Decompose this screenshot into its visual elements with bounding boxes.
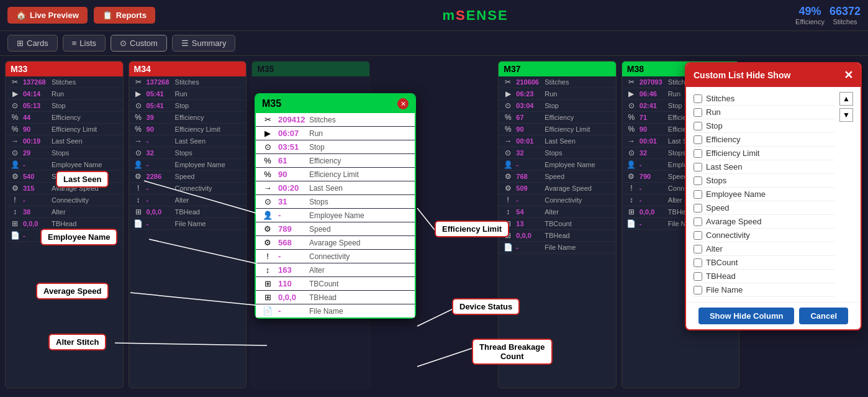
card-header-m33: M33	[6, 62, 123, 76]
list-item: →00:01Last Seen	[499, 135, 616, 147]
stop-icon: ⊙	[626, 101, 637, 110]
avg-speed-icon: ⚙	[9, 184, 20, 193]
filename-icon: 📄	[502, 243, 513, 252]
checkbox-stitches[interactable]	[694, 94, 702, 103]
live-preview-button[interactable]: 🏠 Live Preview	[7, 7, 88, 24]
filename-icon: 📄	[9, 231, 20, 240]
modal-item-label: Alter	[706, 244, 723, 253]
modal-item-last-seen[interactable]: Last Seen	[694, 160, 834, 174]
move-down-button[interactable]: ▼	[839, 108, 853, 122]
modal-item-stitches[interactable]: Stitches	[694, 92, 834, 106]
modal-item-speed[interactable]: Speed	[694, 201, 834, 215]
tbhead-icon: ⊞	[9, 219, 20, 228]
modal-item-stops[interactable]: Stops	[694, 174, 834, 188]
checkbox-tbcount[interactable]	[694, 258, 702, 267]
list-item: 📄-File Name	[499, 242, 616, 253]
stops-icon: ⊙	[9, 148, 20, 157]
modal-item-label: TBHead	[706, 272, 736, 281]
stitches-icon: ✂	[261, 115, 274, 124]
list-item: ⊞0,0,0TBHead	[129, 206, 246, 218]
summary-icon: ☰	[181, 39, 189, 48]
checkbox-run[interactable]	[694, 108, 702, 117]
efficiency-limit-icon: %	[9, 125, 20, 134]
tab-custom-label: Custom	[130, 39, 158, 48]
checkbox-last-seen[interactable]	[694, 163, 702, 171]
modal-item-label: TBCount	[706, 258, 738, 267]
modal-header: Custom List Hide Show ✕	[686, 63, 861, 87]
tab-custom[interactable]: ⊙ Custom	[111, 35, 167, 52]
custom-icon: ⊙	[120, 39, 127, 48]
modal-item-tbcount[interactable]: TBCount	[694, 256, 834, 270]
last-seen-icon: →	[261, 183, 274, 193]
last-seen-icon: →	[133, 137, 144, 145]
modal-item-tbhead[interactable]: TBHead	[694, 270, 834, 283]
stitches-label: Stitches	[830, 18, 861, 25]
checkbox-tbhead[interactable]	[694, 272, 702, 281]
tab-lists[interactable]: ≡ Lists	[63, 35, 106, 52]
last-seen-icon: →	[626, 137, 637, 145]
popup-close-button[interactable]: ✕	[397, 98, 409, 109]
run-icon: ▶	[626, 89, 637, 98]
annotation-device-status: Device Status	[452, 298, 520, 315]
popup-row-stops: ⊙ 31 Stops	[256, 195, 415, 209]
checkbox-efficiency[interactable]	[694, 135, 702, 144]
tab-cards[interactable]: ⊞ Cards	[7, 35, 58, 52]
modal-item-efficiency-limit[interactable]: Efficiency Limit	[694, 147, 834, 160]
popup-row-tbhead: ⊞ 0,0,0 TBHead	[256, 291, 415, 304]
modal-item-filename[interactable]: File Name	[694, 283, 834, 297]
list-item: →00:19Last Seen	[6, 135, 123, 147]
employee-icon: 👤	[9, 160, 20, 169]
reports-button[interactable]: 📋 Reports	[94, 7, 155, 24]
modal-close-button[interactable]: ✕	[844, 68, 853, 82]
modal-items-list: Stitches Run Stop Efficiency Efficiency …	[694, 92, 834, 297]
efficiency-value: 49%	[795, 5, 825, 18]
list-item: %44Efficiency	[6, 112, 123, 124]
list-item: !-Connectivity	[499, 194, 616, 206]
checkbox-stops[interactable]	[694, 176, 702, 185]
employee-icon: 👤	[502, 160, 513, 169]
popup-row-tbcount: ⊞ 110 TBCount	[256, 277, 415, 291]
list-item: ▶06:23Run	[499, 88, 616, 100]
checkbox-connectivity[interactable]	[694, 231, 702, 240]
list-item: ⊞0,0,0TBHead	[499, 230, 616, 242]
modal-item-label: Employee Name	[706, 189, 766, 199]
efficiency-limit-icon: %	[626, 125, 637, 134]
popup-row-efficiency: % 61 Efficiency	[256, 154, 415, 168]
checkbox-average-speed[interactable]	[694, 217, 702, 226]
list-item: ↕54Alter	[499, 206, 616, 218]
popup-card-m35[interactable]: M35 ✕ ✂ 209412 Stitches ▶ 06:07 Run ⊙ 03…	[255, 93, 416, 319]
modal-item-connectivity[interactable]: Connectivity	[694, 229, 834, 242]
modal-item-run[interactable]: Run	[694, 106, 834, 119]
checkbox-efficiency-limit[interactable]	[694, 149, 702, 158]
stitches-icon: ✂	[626, 78, 637, 86]
modal-item-label: Run	[706, 107, 721, 117]
connectivity-icon: !	[9, 196, 20, 204]
modal-item-average-speed[interactable]: Avarage Speed	[694, 215, 834, 229]
alter-icon: ↕	[626, 196, 637, 204]
list-item: %39Efficiency	[129, 112, 246, 124]
modal-item-efficiency[interactable]: Efficiency	[694, 133, 834, 147]
checkbox-speed[interactable]	[694, 204, 702, 212]
tab-summary[interactable]: ☰ Summary	[172, 35, 236, 52]
cancel-button[interactable]: Cancel	[799, 308, 848, 324]
show-hide-column-button[interactable]: Show Hide Column	[698, 308, 794, 324]
checkbox-filename[interactable]	[694, 286, 702, 294]
checkbox-alter[interactable]	[694, 245, 702, 253]
move-up-button[interactable]: ▲	[839, 92, 853, 106]
list-item: %90Efficiency Limit	[6, 124, 123, 135]
modal-item-employee-name[interactable]: Employee Name	[694, 188, 834, 201]
annotation-efficiency-limit: Efficiency Limit	[435, 221, 509, 237]
efficiency-icon: %	[9, 113, 20, 122]
list-item: 👤-Employee Name	[6, 159, 123, 171]
list-item: !-Connectivity	[129, 183, 246, 194]
popup-row-last-seen: → 00:20 Last Seen	[256, 181, 415, 195]
machine-card-m34[interactable]: M34 ✂137268Stitches ▶05:41Run ⊙05:41Stop…	[129, 61, 247, 388]
list-item: ⚙768Speed	[499, 171, 616, 183]
checkbox-stop[interactable]	[694, 122, 702, 130]
modal-item-label: Speed	[706, 203, 730, 212]
checkbox-employee-name[interactable]	[694, 190, 702, 199]
reports-icon: 📋	[102, 11, 112, 20]
modal-item-alter[interactable]: Alter	[694, 242, 834, 256]
modal-item-stop[interactable]: Stop	[694, 119, 834, 133]
main-content: M33 ✂137268Stitches ▶04:14Run ⊙05:13Stop…	[0, 56, 868, 393]
